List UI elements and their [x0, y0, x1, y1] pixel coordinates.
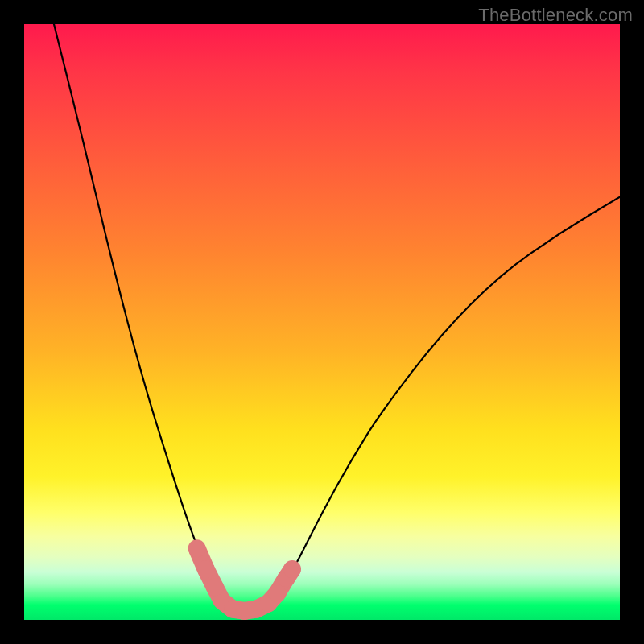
chart-frame: TheBottleneck.com — [0, 0, 644, 644]
curve-layer — [24, 24, 620, 620]
plot-area — [24, 24, 620, 620]
curve-markers — [188, 539, 301, 602]
marker-dot — [188, 539, 206, 557]
marker-dot — [269, 584, 287, 602]
marker-dot — [197, 560, 215, 578]
bottleneck-curve — [54, 24, 620, 610]
marker-dot — [206, 578, 224, 596]
watermark-text: TheBottleneck.com — [478, 5, 633, 26]
marker-dot — [283, 560, 301, 578]
